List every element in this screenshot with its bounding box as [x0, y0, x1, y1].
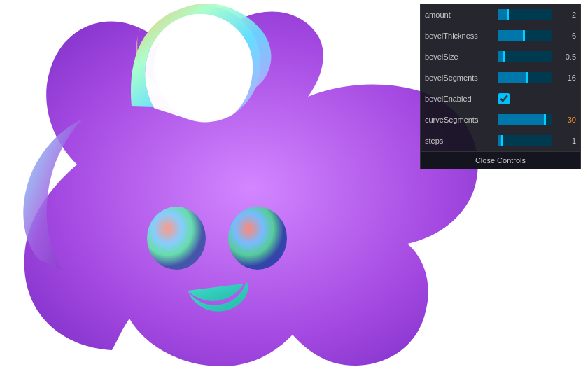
control-row-amount: amount2 [421, 4, 580, 25]
control-value-steps: 1 [556, 137, 576, 145]
svg-point-1 [147, 207, 206, 270]
control-row-bevelSegments: bevelSegments16 [421, 67, 580, 88]
control-row-bevelThickness: bevelThickness6 [421, 25, 580, 46]
control-label-amount: amount [425, 11, 498, 19]
control-label-bevelEnabled: bevelEnabled [425, 95, 498, 103]
close-controls-button[interactable]: Close Controls [421, 151, 580, 169]
control-row-steps: steps1 [421, 130, 580, 151]
slider-track-amount[interactable] [498, 9, 552, 20]
control-value-bevelSize: 0.5 [556, 53, 576, 61]
control-row-bevelSize: bevelSize0.5 [421, 46, 580, 67]
slider-track-curveSegments[interactable] [498, 114, 552, 125]
control-label-bevelSize: bevelSize [425, 53, 498, 61]
control-label-bevelThickness: bevelThickness [425, 32, 498, 40]
control-label-steps: steps [425, 137, 498, 145]
control-value-curveSegments: 30 [556, 116, 576, 124]
slider-track-bevelSize[interactable] [498, 51, 552, 62]
control-label-bevelSegments: bevelSegments [425, 74, 498, 82]
control-row-curveSegments: curveSegments30 [421, 109, 580, 130]
svg-point-2 [228, 207, 287, 270]
control-label-curveSegments: curveSegments [425, 116, 498, 124]
checkbox-container-bevelEnabled [498, 93, 510, 104]
control-value-bevelThickness: 6 [556, 32, 576, 40]
slider-track-bevelThickness[interactable] [498, 30, 552, 41]
checkbox-bevelEnabled[interactable] [498, 93, 510, 104]
control-value-amount: 2 [556, 11, 576, 19]
control-row-bevelEnabled: bevelEnabled [421, 88, 580, 109]
slider-track-bevelSegments[interactable] [498, 72, 552, 83]
slider-track-steps[interactable] [498, 135, 552, 146]
controls-panel: amount2bevelThickness6bevelSize0.5bevelS… [420, 4, 581, 169]
control-value-bevelSegments: 16 [556, 74, 576, 82]
